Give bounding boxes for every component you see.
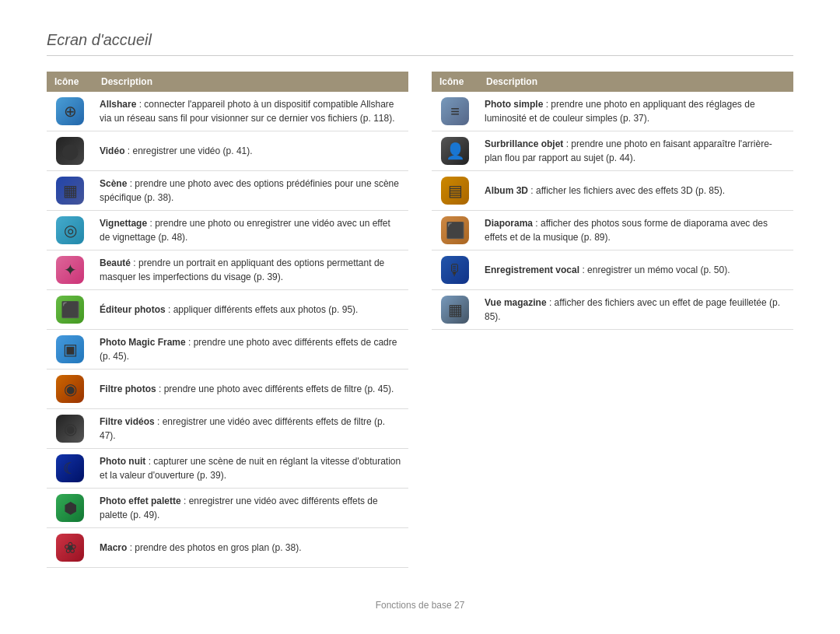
icon-cell: ☾	[47, 449, 93, 489]
description-cell: Photo Magic Frame : prendre une photo av…	[93, 330, 408, 370]
table-row: ≡Photo simple : prendre une photo en app…	[432, 92, 793, 131]
icon-cell: ▤	[432, 171, 478, 211]
vuemagazine-icon: ▦	[441, 296, 469, 324]
feature-name: Album 3D	[485, 185, 528, 196]
page: Ecran d'accueil Icône Description ⊕Allsh…	[0, 0, 840, 599]
feature-name: Éditeur photos	[100, 304, 166, 315]
description-cell: Éditeur photos : appliquer différents ef…	[93, 290, 408, 330]
simple-icon: ≡	[441, 97, 469, 125]
table-row: 👤Surbrillance objet : prendre une photo …	[432, 131, 793, 171]
beaute-icon: ✦	[56, 256, 84, 284]
description-cell: Photo effet palette : enregistrer une vi…	[93, 489, 408, 528]
feature-name: Macro	[100, 542, 127, 553]
table-row: ⬤Vidéo : enregistrer une vidéo (p. 41).	[47, 131, 408, 171]
icon-cell: ◉	[47, 370, 93, 409]
right-table: Icône Description ≡Photo simple : prendr…	[432, 72, 793, 568]
icon-cell: ◉	[47, 409, 93, 449]
right-col2-header: Description	[478, 72, 793, 92]
left-table: Icône Description ⊕Allshare : connecter …	[47, 72, 408, 568]
surbrillance-icon: 👤	[441, 137, 469, 165]
description-cell: Beauté : prendre un portrait en appliqua…	[93, 250, 408, 290]
description-cell: Vignettage : prendre une photo ou enregi…	[93, 211, 408, 250]
table-row: ▣Photo Magic Frame : prendre une photo a…	[47, 330, 408, 370]
palette-icon: ⬢	[56, 494, 84, 522]
right-col1-header: Icône	[432, 72, 478, 92]
feature-name: Beauté	[100, 257, 131, 268]
magic-icon: ▣	[56, 335, 84, 363]
nuit-icon: ☾	[56, 454, 84, 482]
feature-desc: : appliquer différents effets aux photos…	[166, 304, 359, 315]
feature-desc: : prendre une photo avec des options pré…	[100, 178, 399, 203]
feature-desc: : connecter l'appareil photo à un dispos…	[100, 99, 395, 124]
table-row: ◉Filtre photos : prendre une photo avec …	[47, 370, 408, 409]
icon-cell: 🎙	[432, 250, 478, 290]
footer: Fonctions de base 27	[0, 600, 840, 611]
table-row: ◉Filtre vidéos : enregistrer une vidéo a…	[47, 409, 408, 449]
allshare-icon: ⊕	[56, 97, 84, 125]
description-cell: Vidéo : enregistrer une vidéo (p. 41).	[93, 131, 408, 171]
macro-icon: ❀	[56, 534, 84, 562]
description-cell: Filtre photos : prendre une photo avec d…	[93, 370, 408, 409]
feature-desc: : afficher les fichiers avec des effets …	[528, 185, 725, 196]
table-row: ❀Macro : prendre des photos en gros plan…	[47, 528, 408, 568]
description-cell: Photo simple : prendre une photo en appl…	[478, 92, 793, 131]
icon-cell: ⊕	[47, 92, 93, 131]
scene-icon: ▦	[56, 177, 84, 205]
description-cell: Filtre vidéos : enregistrer une vidéo av…	[93, 409, 408, 449]
enregistrement-icon: 🎙	[441, 256, 469, 284]
table-row: ◎Vignettage : prendre une photo ou enreg…	[47, 211, 408, 250]
feature-name: Allshare	[100, 99, 136, 110]
table-row: ⬛Éditeur photos : appliquer différents e…	[47, 290, 408, 330]
table-row: ▤Album 3D : afficher les fichiers avec d…	[432, 171, 793, 211]
feature-name: Photo effet palette	[100, 496, 181, 506]
icon-cell: ⬛	[432, 211, 478, 250]
table-row: ▦Vue magazine : afficher des fichiers av…	[432, 290, 793, 330]
icon-cell: ⬤	[47, 131, 93, 171]
left-col1-header: Icône	[47, 72, 93, 92]
table-row: ☾Photo nuit : capturer une scène de nuit…	[47, 449, 408, 489]
feature-desc: : enregistrer un mémo vocal (p. 50).	[579, 264, 730, 275]
table-row: 🎙Enregistrement vocal : enregistrer un m…	[432, 250, 793, 290]
feature-desc: : capturer une scène de nuit en réglant …	[100, 456, 401, 481]
description-cell: Macro : prendre des photos en gros plan …	[93, 528, 408, 568]
page-title: Ecran d'accueil	[47, 31, 793, 56]
video-icon: ⬤	[56, 137, 84, 165]
feature-desc: : prendre un portrait en appliquant des …	[100, 257, 384, 282]
feature-name: Photo Magic Frame	[100, 337, 186, 348]
description-cell: Surbrillance objet : prendre une photo e…	[478, 131, 793, 171]
icon-cell: ⬛	[47, 290, 93, 330]
icon-cell: ▣	[47, 330, 93, 370]
icon-cell: ◎	[47, 211, 93, 250]
table-row: ⬢Photo effet palette : enregistrer une v…	[47, 489, 408, 528]
feature-name: Vignettage	[100, 218, 147, 229]
feature-name: Surbrillance objet	[485, 138, 563, 149]
description-cell: Enregistrement vocal : enregistrer un mé…	[478, 250, 793, 290]
table-row: ⬛Diaporama : afficher des photos sous fo…	[432, 211, 793, 250]
feature-name: Photo simple	[485, 99, 543, 110]
description-cell: Photo nuit : capturer une scène de nuit …	[93, 449, 408, 489]
album3d-icon: ▤	[441, 177, 469, 205]
icon-cell: ⬢	[47, 489, 93, 528]
feature-name: Photo nuit	[100, 456, 145, 467]
feature-desc: : prendre des photos en gros plan (p. 38…	[127, 542, 301, 553]
icon-cell: ▦	[432, 290, 478, 330]
filtre-icon: ◉	[56, 375, 84, 403]
filtrevid-icon: ◉	[56, 415, 84, 443]
feature-name: Vidéo	[100, 145, 124, 156]
feature-name: Diaporama	[485, 218, 533, 229]
description-cell: Scène : prendre une photo avec des optio…	[93, 171, 408, 211]
description-cell: Allshare : connecter l'appareil photo à …	[93, 92, 408, 131]
table-row: ✦Beauté : prendre un portrait en appliqu…	[47, 250, 408, 290]
left-col2-header: Description	[93, 72, 408, 92]
feature-name: Scène	[100, 178, 127, 189]
feature-desc: : prendre une photo avec différents effe…	[156, 384, 394, 394]
icon-cell: ✦	[47, 250, 93, 290]
diaporama-icon: ⬛	[441, 216, 469, 244]
description-cell: Diaporama : afficher des photos sous for…	[478, 211, 793, 250]
feature-desc: : enregistrer une vidéo (p. 41).	[124, 145, 252, 156]
vignette-icon: ◎	[56, 216, 84, 244]
feature-name: Filtre vidéos	[100, 416, 155, 427]
description-cell: Album 3D : afficher les fichiers avec de…	[478, 171, 793, 211]
table-row: ▦Scène : prendre une photo avec des opti…	[47, 171, 408, 211]
feature-name: Vue magazine	[485, 297, 547, 308]
